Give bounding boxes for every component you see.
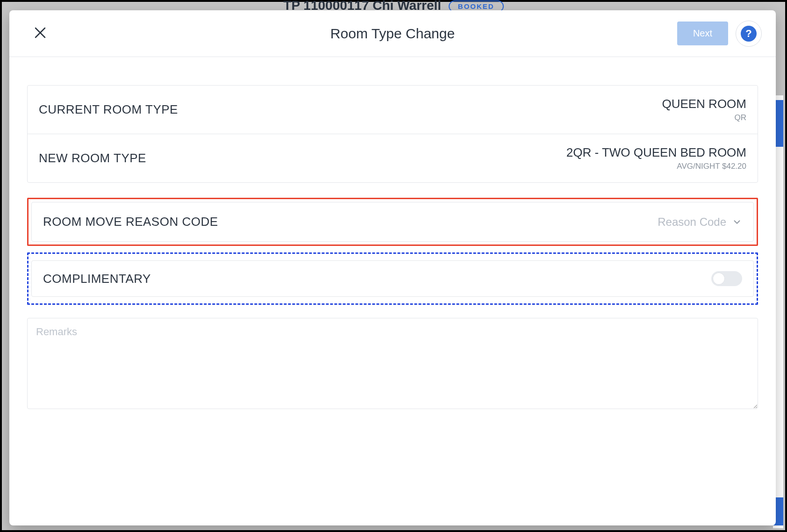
dialog-body: CURRENT ROOM TYPE QUEEN ROOM QR NEW ROOM… xyxy=(9,57,776,525)
reason-code-label: ROOM MOVE REASON CODE xyxy=(43,215,218,229)
next-button[interactable]: Next xyxy=(677,22,728,45)
dialog-title: Room Type Change xyxy=(330,26,455,42)
room-type-change-dialog: Room Type Change Next ? CURRENT ROOM TYP… xyxy=(9,10,776,525)
current-room-type-row: CURRENT ROOM TYPE QUEEN ROOM QR xyxy=(28,86,758,134)
reason-code-select[interactable]: ROOM MOVE REASON CODE Reason Code xyxy=(31,202,754,242)
window-frame: TP 110000117 Chi Warrell BOOKED Room Typ… xyxy=(0,0,787,532)
close-button[interactable] xyxy=(31,24,50,43)
reason-code-placeholder: Reason Code xyxy=(658,216,726,229)
current-room-type-value: QUEEN ROOM QR xyxy=(662,97,746,122)
new-room-type-row: NEW ROOM TYPE 2QR - TWO QUEEN BED ROOM A… xyxy=(28,134,758,182)
new-room-type-label: NEW ROOM TYPE xyxy=(39,151,146,165)
new-room-type-name: 2QR - TWO QUEEN BED ROOM xyxy=(566,145,746,160)
dialog-header-actions: Next ? xyxy=(677,21,762,47)
complimentary-label: COMPLIMENTARY xyxy=(43,272,151,286)
complimentary-toggle[interactable] xyxy=(711,271,742,286)
complimentary-row: COMPLIMENTARY xyxy=(31,260,754,297)
chevron-down-icon xyxy=(732,217,742,227)
remarks-section xyxy=(27,318,758,411)
toggle-knob xyxy=(713,273,725,285)
new-room-type-rate: AVG/NIGHT $42.20 xyxy=(566,162,746,171)
remarks-textarea[interactable] xyxy=(27,318,758,409)
complimentary-highlight: COMPLIMENTARY xyxy=(27,252,758,305)
help-button[interactable]: ? xyxy=(736,21,762,47)
dialog-header: Room Type Change Next ? xyxy=(9,10,776,57)
room-type-card: CURRENT ROOM TYPE QUEEN ROOM QR NEW ROOM… xyxy=(27,85,758,183)
reason-code-highlight: ROOM MOVE REASON CODE Reason Code xyxy=(27,198,758,246)
current-room-type-label: CURRENT ROOM TYPE xyxy=(39,102,178,117)
reason-code-placeholder-group: Reason Code xyxy=(658,216,742,229)
current-room-type-name: QUEEN ROOM xyxy=(662,97,746,111)
close-icon xyxy=(33,26,47,41)
current-room-type-code: QR xyxy=(662,113,746,122)
new-room-type-value: 2QR - TWO QUEEN BED ROOM AVG/NIGHT $42.2… xyxy=(566,145,746,171)
help-icon: ? xyxy=(741,26,757,42)
